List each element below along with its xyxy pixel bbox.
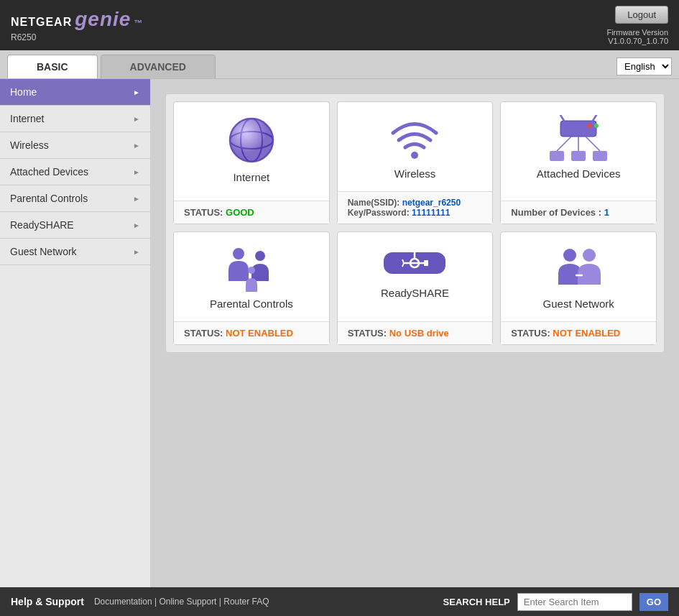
- tile-wireless[interactable]: Wireless Name(SSID): netgear_r6250 Key/P…: [337, 101, 494, 224]
- svg-rect-14: [550, 151, 564, 161]
- tile-internet[interactable]: Internet STATUS: GOOD: [173, 101, 330, 224]
- brand-name: NETGEAR: [11, 16, 72, 29]
- language-select[interactable]: English: [616, 58, 672, 75]
- tile-guest-status: STATUS: NOT ENABLED: [501, 321, 656, 344]
- tabbar: BASIC ADVANCED English: [0, 50, 679, 79]
- svg-point-17: [233, 248, 244, 259]
- svg-point-5: [411, 152, 418, 159]
- pwd-label: Key/Password:: [348, 208, 410, 218]
- tile-wireless-pwd: Key/Password: 11111111: [348, 208, 483, 218]
- sidebar: Home ► Internet ► Wireless ► Attached De…: [0, 79, 151, 587]
- main: Home ► Internet ► Wireless ► Attached De…: [0, 79, 679, 587]
- tile-guest-icon-area: Guest Network: [536, 232, 622, 321]
- language-select-wrap: English: [616, 58, 672, 75]
- go-button[interactable]: GO: [639, 593, 668, 611]
- tile-attached-status: Number of Devices : 1: [501, 201, 656, 224]
- tile-wireless-title: Wireless: [394, 167, 436, 180]
- sidebar-item-attached-arrow: ►: [133, 168, 140, 176]
- footer-links: Documentation | Online Support | Router …: [94, 597, 269, 607]
- footer-right: SEARCH HELP GO: [443, 593, 668, 611]
- firmware-line1: Firmware Version: [606, 28, 668, 37]
- tile-readyshare[interactable]: ReadySHARE STATUS: No USB drive: [337, 231, 494, 345]
- trademark: ™: [134, 18, 143, 28]
- logout-button[interactable]: Logout: [615, 6, 668, 24]
- sidebar-item-home-arrow: ►: [133, 88, 140, 96]
- content: Internet STATUS: GOOD Wireless: [151, 79, 679, 587]
- svg-line-9: [560, 115, 564, 121]
- sidebar-item-readyshare-arrow: ►: [133, 221, 140, 229]
- model-label: R6250: [11, 32, 143, 42]
- attached-devices-icon: [546, 115, 611, 162]
- tiles-container: Internet STATUS: GOOD Wireless: [165, 93, 665, 353]
- router-faq-link[interactable]: Router FAQ: [223, 597, 269, 607]
- tile-guest-status-value: NOT ENABLED: [553, 328, 620, 339]
- tile-readyshare-status: STATUS: No USB drive: [338, 321, 493, 344]
- tab-basic[interactable]: BASIC: [7, 55, 98, 78]
- genie-name: genie: [75, 8, 131, 31]
- tile-parental-status-value: NOT ENABLED: [226, 328, 293, 339]
- sidebar-item-readyshare[interactable]: ReadySHARE ►: [0, 212, 150, 239]
- svg-rect-27: [424, 260, 428, 266]
- svg-point-30: [583, 249, 596, 262]
- tile-parental-icon-area: Parental Controls: [203, 232, 300, 321]
- tile-wireless-status: Name(SSID): netgear_r6250 Key/Password: …: [338, 191, 493, 224]
- tile-attached-title: Attached Devices: [537, 167, 621, 180]
- tile-internet-title: Internet: [233, 171, 269, 183]
- tile-internet-status-value: GOOD: [226, 207, 254, 218]
- sidebar-item-internet-arrow: ►: [133, 115, 140, 123]
- sidebar-item-attached-devices[interactable]: Attached Devices ►: [0, 159, 150, 185]
- documentation-link[interactable]: Documentation: [94, 597, 152, 607]
- tab-advanced[interactable]: ADVANCED: [101, 55, 216, 78]
- svg-rect-28: [410, 247, 420, 250]
- guest-network-icon: [550, 245, 607, 292]
- sidebar-item-parental-label: Parental Controls: [10, 193, 88, 204]
- internet-icon: [226, 115, 277, 165]
- devices-label: Number of Devices :: [511, 207, 601, 218]
- sidebar-item-internet[interactable]: Internet ►: [0, 106, 150, 132]
- sidebar-item-wireless[interactable]: Wireless ►: [0, 132, 150, 159]
- tile-guest-network[interactable]: Guest Network STATUS: NOT ENABLED: [500, 231, 657, 345]
- ssid-label: Name(SSID):: [348, 198, 400, 208]
- svg-point-4: [231, 119, 272, 161]
- sidebar-item-parental-arrow: ►: [133, 195, 140, 203]
- svg-rect-16: [593, 151, 607, 161]
- tile-wireless-ssid: Name(SSID): netgear_r6250: [348, 198, 483, 208]
- tile-parental-status: STATUS: NOT ENABLED: [174, 321, 329, 344]
- tile-guest-title: Guest Network: [543, 298, 614, 310]
- svg-point-8: [594, 124, 599, 128]
- svg-point-18: [255, 251, 265, 261]
- sidebar-item-guest-network[interactable]: Guest Network ►: [0, 239, 150, 265]
- tile-wireless-icon-area: Wireless: [382, 102, 447, 191]
- svg-rect-15: [571, 151, 586, 161]
- pwd-value: 11111111: [412, 208, 450, 218]
- footer: Help & Support Documentation | Online Su…: [0, 587, 679, 616]
- tile-attached-devices[interactable]: Attached Devices Number of Devices : 1: [500, 101, 657, 224]
- tile-readyshare-title: ReadySHARE: [381, 287, 449, 299]
- logo: NETGEAR genie ™: [11, 8, 143, 31]
- sidebar-item-guest-label: Guest Network: [10, 246, 77, 257]
- firmware-line2: V1.0.0.70_1.0.70: [606, 37, 668, 45]
- help-support-label: Help & Support: [11, 596, 84, 607]
- sidebar-item-readyshare-label: ReadySHARE: [10, 219, 74, 231]
- svg-line-10: [593, 115, 596, 121]
- tile-readyshare-status-label: STATUS:: [348, 328, 387, 339]
- sidebar-item-home[interactable]: Home ►: [0, 79, 150, 106]
- header-right: Logout Firmware Version V1.0.0.70_1.0.70: [606, 6, 668, 45]
- sidebar-item-wireless-label: Wireless: [10, 139, 49, 151]
- search-input[interactable]: [517, 593, 632, 611]
- devices-value: 1: [604, 207, 609, 218]
- parental-controls-icon: [223, 245, 280, 292]
- sidebar-item-wireless-arrow: ►: [133, 142, 140, 150]
- wireless-icon: [389, 115, 440, 162]
- sidebar-item-guest-arrow: ►: [133, 248, 140, 256]
- tile-readyshare-status-value: No USB drive: [389, 328, 449, 339]
- sidebar-item-parental-controls[interactable]: Parental Controls ►: [0, 185, 150, 212]
- header: NETGEAR genie ™ R6250 Logout Firmware Ve…: [0, 0, 679, 50]
- readyshare-icon: [382, 245, 447, 281]
- svg-rect-6: [560, 121, 596, 137]
- ssid-value: netgear_r6250: [402, 198, 461, 208]
- online-support-link[interactable]: Online Support: [159, 597, 216, 607]
- tile-internet-status-label: STATUS:: [184, 207, 223, 218]
- svg-line-13: [586, 137, 600, 151]
- tile-parental-controls[interactable]: Parental Controls STATUS: NOT ENABLED: [173, 231, 330, 345]
